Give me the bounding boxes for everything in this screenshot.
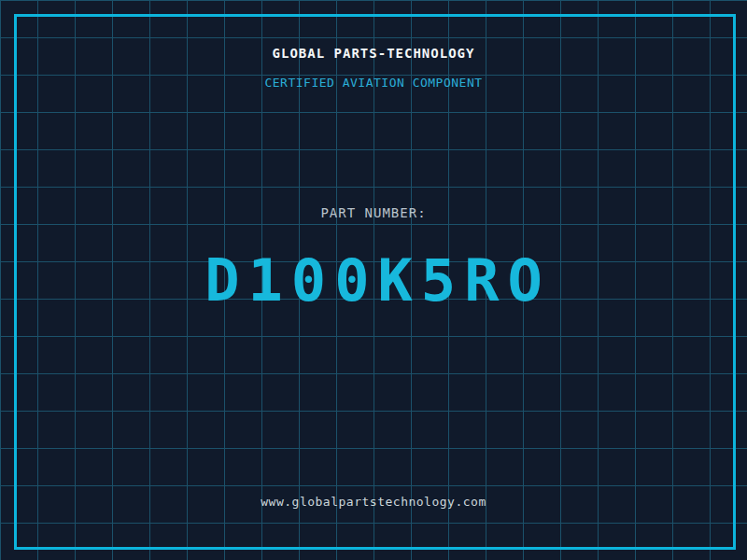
website-url: www.globalpartstechnology.com: [0, 495, 747, 509]
company-title: GLOBAL PARTS-TECHNOLOGY: [0, 46, 747, 61]
content-area: GLOBAL PARTS-TECHNOLOGY CERTIFIED AVIATI…: [0, 0, 747, 560]
part-number-value: D100K5RO: [0, 246, 747, 315]
part-label-screen: GLOBAL PARTS-TECHNOLOGY CERTIFIED AVIATI…: [0, 0, 747, 560]
certification-subtitle: CERTIFIED AVIATION COMPONENT: [0, 76, 747, 90]
part-number-label: PART NUMBER:: [0, 205, 747, 220]
